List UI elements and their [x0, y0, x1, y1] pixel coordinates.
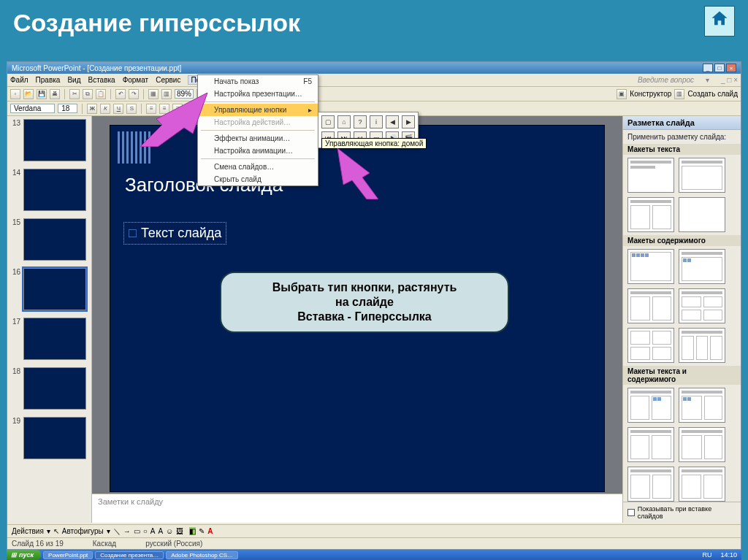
- dd-setup[interactable]: Настройка презентации…: [198, 88, 318, 100]
- bold-icon[interactable]: Ж: [87, 104, 97, 114]
- dd-anim-setup[interactable]: Настройка анимации…: [198, 145, 318, 157]
- svg-marker-0: [140, 93, 207, 147]
- actions-menu[interactable]: Действия: [12, 527, 44, 535]
- layout-title-body[interactable]: [679, 158, 725, 193]
- thumb-14[interactable]: [23, 169, 86, 211]
- layout-content-3[interactable]: [627, 288, 674, 323]
- designer-icon[interactable]: ▣: [617, 89, 627, 99]
- textbox-icon[interactable]: A: [150, 527, 156, 535]
- tp-section-content: Макеты содержимого: [623, 235, 741, 246]
- home-button[interactable]: [704, 6, 735, 37]
- paste-icon[interactable]: 📋: [96, 89, 106, 99]
- action-btn-info[interactable]: i: [370, 115, 383, 129]
- save-icon[interactable]: 💾: [37, 89, 47, 99]
- layout-mixed-6[interactable]: [679, 467, 725, 502]
- layout-mixed-5[interactable]: [627, 467, 674, 502]
- italic-icon[interactable]: К: [100, 104, 110, 114]
- action-btn-home[interactable]: ⌂: [337, 115, 351, 129]
- layout-content-6[interactable]: [679, 328, 725, 363]
- layout-mixed-3[interactable]: [627, 427, 674, 462]
- thumb-18[interactable]: [23, 367, 86, 410]
- start-button[interactable]: ⊞ пуск: [7, 550, 41, 560]
- undo-icon[interactable]: ↶: [115, 89, 126, 99]
- clipart-icon[interactable]: ☺: [166, 527, 173, 535]
- thumb-num: 18: [10, 367, 20, 410]
- thumb-num: 13: [10, 119, 20, 161]
- dd-transitions[interactable]: Смена слайдов…: [198, 161, 318, 173]
- layout-content-1[interactable]: [627, 249, 674, 284]
- dd-action-buttons[interactable]: Управляющие кнопки▸: [198, 104, 318, 116]
- rect-icon[interactable]: ▭: [134, 527, 140, 535]
- menu-format[interactable]: Формат: [123, 76, 149, 84]
- taskpane-footer: Показывать при вставке слайдов: [623, 502, 741, 523]
- thumb-17[interactable]: [23, 318, 86, 360]
- new-icon[interactable]: ▫: [10, 89, 20, 99]
- image-icon[interactable]: 🖼: [176, 527, 183, 535]
- standard-toolbar: ▫ 📂 💾 🖶 ✂ ⧉ 📋 ↶ ↷ ▦ ▥ 89% ? ▣ Конструкто…: [7, 87, 741, 101]
- redo-icon[interactable]: ↷: [129, 89, 139, 99]
- pointer-icon[interactable]: ↖: [53, 527, 59, 535]
- tp-section-mixed: Макеты текста и содержимого: [623, 366, 741, 385]
- thumb-19[interactable]: [23, 417, 86, 459]
- taskbar-lang[interactable]: RU: [698, 551, 716, 559]
- layout-blank[interactable]: [679, 197, 725, 232]
- taskbar-app-1[interactable]: PowerPoint.ppt: [43, 551, 93, 559]
- dd-hide-slide[interactable]: Скрыть слайд: [198, 173, 318, 185]
- windows-logo-icon: ⊞: [11, 551, 17, 559]
- layout-content-4[interactable]: [679, 288, 725, 323]
- dd-anim-effects[interactable]: Эффекты анимации…: [198, 132, 318, 145]
- callout-line2: на слайде: [232, 295, 497, 310]
- ask-box[interactable]: Введите вопрос: [638, 76, 694, 84]
- show-on-insert-checkbox[interactable]: [627, 509, 635, 516]
- autoshapes-menu[interactable]: Автофигуры: [62, 527, 104, 535]
- notes-pane[interactable]: Заметки к слайду: [92, 494, 622, 523]
- font-select[interactable]: Verdana: [10, 104, 55, 113]
- wordart-icon[interactable]: Α: [158, 527, 163, 535]
- print-icon[interactable]: 🖶: [50, 89, 60, 99]
- close-button[interactable]: ×: [726, 64, 736, 72]
- arrow-icon[interactable]: →: [123, 527, 131, 535]
- new-slide-icon[interactable]: ▥: [674, 89, 684, 99]
- action-btn-help[interactable]: ?: [354, 115, 367, 129]
- maximize-button[interactable]: □: [714, 64, 725, 72]
- drawing-toolbar: Действия▾ ↖ Автофигуры▾ ＼ → ▭ ○ A Α ☺ 🖼 …: [7, 524, 741, 537]
- copy-icon[interactable]: ⧉: [83, 89, 93, 99]
- open-icon[interactable]: 📂: [23, 89, 34, 99]
- layout-content-2[interactable]: [679, 249, 725, 284]
- font-color-icon[interactable]: A: [207, 527, 213, 535]
- layout-mixed-1[interactable]: [627, 388, 674, 423]
- menu-tools[interactable]: Сервис: [156, 76, 180, 84]
- menu-file[interactable]: Файл: [10, 76, 28, 84]
- thumb-13[interactable]: [23, 119, 86, 161]
- slide-body[interactable]: □Текст слайда: [123, 222, 226, 245]
- thumb-num: 14: [10, 169, 20, 211]
- font-size[interactable]: 18: [58, 104, 77, 113]
- menu-insert[interactable]: Вставка: [88, 76, 115, 84]
- designer-button[interactable]: Конструктор: [630, 90, 671, 98]
- layout-mixed-2[interactable]: [679, 388, 725, 423]
- taskbar-app-3[interactable]: Adobe Photoshop CS…: [166, 551, 238, 559]
- house-icon: [709, 9, 730, 34]
- underline-icon[interactable]: Ч: [113, 104, 123, 114]
- action-btn-forward[interactable]: ▶: [402, 115, 415, 129]
- dd-start-show[interactable]: Начать показF5: [198, 75, 318, 88]
- layout-two-col[interactable]: [627, 197, 674, 232]
- thumb-15[interactable]: [23, 218, 86, 261]
- action-btn-back[interactable]: ◀: [386, 115, 399, 129]
- new-slide-button[interactable]: Создать слайд: [687, 90, 738, 98]
- minimize-button[interactable]: _: [703, 64, 713, 72]
- thumb-16[interactable]: [23, 268, 86, 310]
- menu-edit[interactable]: Правка: [36, 76, 61, 84]
- shadow-icon[interactable]: S: [126, 104, 137, 114]
- oval-icon[interactable]: ○: [143, 527, 148, 535]
- layout-content-5[interactable]: [627, 328, 674, 363]
- layout-mixed-4[interactable]: [679, 427, 725, 462]
- line-icon[interactable]: ＼: [113, 526, 121, 537]
- menu-view[interactable]: Вид: [67, 76, 80, 84]
- line-color-icon[interactable]: ✎: [199, 527, 205, 535]
- action-btn-blank[interactable]: ▢: [321, 115, 335, 129]
- taskbar-app-2[interactable]: Создание презента…: [95, 551, 164, 559]
- cut-icon[interactable]: ✂: [69, 89, 80, 99]
- layout-title[interactable]: [627, 158, 674, 193]
- fill-icon[interactable]: ◧: [189, 527, 196, 535]
